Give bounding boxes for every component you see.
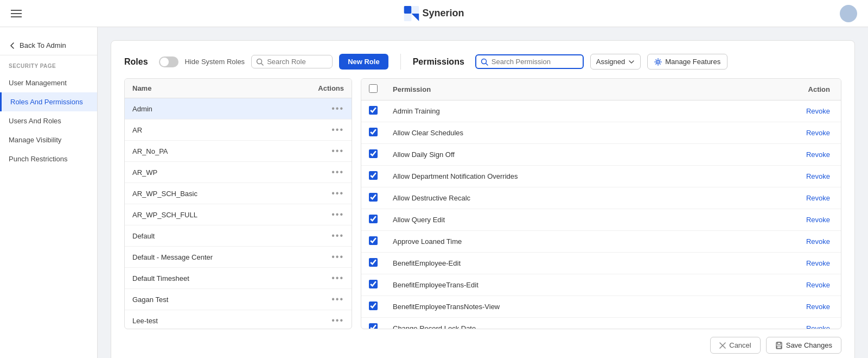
- avatar[interactable]: [840, 5, 857, 22]
- permission-checkbox[interactable]: [369, 280, 378, 288]
- role-dots-menu[interactable]: •••: [331, 125, 344, 134]
- permissions-scroll[interactable]: Admin Training Revoke Allow Clear Schedu…: [361, 101, 841, 329]
- permission-action-cell[interactable]: Revoke: [735, 187, 841, 209]
- permission-checkbox-cell[interactable]: [361, 101, 385, 122]
- role-actions-cell[interactable]: •••: [301, 183, 352, 204]
- table-row[interactable]: AR_WP •••: [125, 162, 352, 183]
- save-changes-button[interactable]: Save Changes: [766, 337, 841, 354]
- table-row[interactable]: AR_WP_SCH_FULL •••: [125, 204, 352, 225]
- table-row[interactable]: Admin •••: [125, 98, 352, 120]
- role-dots-menu[interactable]: •••: [331, 294, 344, 304]
- role-actions-cell[interactable]: •••: [301, 268, 352, 289]
- table-row[interactable]: Default Timesheet •••: [125, 268, 352, 289]
- sidebar-item-punch-restrictions[interactable]: Punch Restrictions: [0, 149, 97, 168]
- table-row[interactable]: Default •••: [125, 225, 352, 247]
- role-actions-cell[interactable]: •••: [301, 289, 352, 310]
- role-actions-cell[interactable]: •••: [301, 98, 352, 120]
- revoke-link[interactable]: Revoke: [806, 172, 830, 180]
- permission-action-cell[interactable]: Revoke: [735, 274, 841, 296]
- permission-checkbox-cell[interactable]: [361, 209, 385, 231]
- role-dots-menu[interactable]: •••: [331, 189, 344, 198]
- permission-checkbox-cell[interactable]: [361, 187, 385, 209]
- permission-checkbox-cell[interactable]: [361, 231, 385, 253]
- table-row[interactable]: Lee-test •••: [125, 310, 352, 327]
- back-admin-button[interactable]: Back To Admin: [0, 36, 97, 55]
- role-actions-cell[interactable]: •••: [301, 162, 352, 183]
- revoke-link[interactable]: Revoke: [806, 194, 830, 202]
- permission-checkbox[interactable]: [369, 149, 378, 158]
- permission-checkbox[interactable]: [369, 193, 378, 202]
- role-dots-menu[interactable]: •••: [331, 210, 344, 219]
- permission-action-cell[interactable]: Revoke: [735, 209, 841, 231]
- permission-checkbox[interactable]: [369, 106, 378, 115]
- role-actions-cell[interactable]: •••: [301, 247, 352, 268]
- permission-checkbox-cell[interactable]: [361, 296, 385, 318]
- permission-action-cell[interactable]: Revoke: [735, 166, 841, 187]
- select-all-permissions-checkbox[interactable]: [369, 84, 378, 93]
- revoke-link[interactable]: Revoke: [806, 129, 830, 137]
- sidebar-item-user-management[interactable]: User Management: [0, 73, 97, 92]
- role-dots-menu[interactable]: •••: [331, 104, 344, 113]
- roles-scroll[interactable]: Admin ••• AR ••• AR_No_PA ••• AR_WP ••• …: [125, 98, 352, 326]
- permission-checkbox[interactable]: [369, 302, 378, 310]
- permission-checkbox[interactable]: [369, 258, 378, 267]
- permission-action-cell[interactable]: Revoke: [735, 253, 841, 274]
- search-permission-input[interactable]: [492, 58, 573, 66]
- role-actions-cell[interactable]: •••: [301, 225, 352, 247]
- permission-name-cell: Admin Training: [385, 101, 735, 122]
- revoke-link[interactable]: Revoke: [806, 150, 830, 159]
- permission-action-cell[interactable]: Revoke: [735, 296, 841, 318]
- permission-action-cell[interactable]: Revoke: [735, 231, 841, 253]
- revoke-link[interactable]: Revoke: [806, 237, 830, 246]
- table-row[interactable]: AR_WP_SCH_Basic •••: [125, 183, 352, 204]
- sidebar-item-users-and-roles[interactable]: Users And Roles: [0, 111, 97, 130]
- revoke-link[interactable]: Revoke: [806, 259, 830, 267]
- table-row[interactable]: AR •••: [125, 120, 352, 141]
- permission-action-cell[interactable]: Revoke: [735, 122, 841, 144]
- role-dots-menu[interactable]: •••: [331, 316, 344, 325]
- new-role-button[interactable]: New Role: [339, 54, 388, 70]
- role-actions-cell[interactable]: •••: [301, 310, 352, 327]
- role-dots-menu[interactable]: •••: [331, 146, 344, 155]
- sidebar-item-manage-visibility[interactable]: Manage Visibility: [0, 130, 97, 149]
- permission-checkbox[interactable]: [369, 171, 378, 180]
- role-actions-cell[interactable]: •••: [301, 120, 352, 141]
- permission-action-cell[interactable]: Revoke: [735, 144, 841, 166]
- table-row[interactable]: Gagan Test •••: [125, 289, 352, 310]
- search-role-input[interactable]: [267, 58, 327, 66]
- revoke-link[interactable]: Revoke: [806, 324, 830, 329]
- permission-checkbox-cell[interactable]: [361, 166, 385, 187]
- permission-checkbox[interactable]: [369, 236, 378, 245]
- search-role-icon: [256, 58, 264, 66]
- revoke-link[interactable]: Revoke: [806, 303, 830, 311]
- permission-checkbox-cell[interactable]: [361, 274, 385, 296]
- table-row[interactable]: AR_No_PA •••: [125, 141, 352, 162]
- permission-checkbox-cell[interactable]: [361, 144, 385, 166]
- permission-checkbox[interactable]: [369, 128, 378, 136]
- role-dots-menu[interactable]: •••: [331, 231, 344, 240]
- cancel-button[interactable]: Cancel: [710, 337, 760, 354]
- sidebar-item-label: User Management: [9, 79, 67, 87]
- assigned-dropdown[interactable]: Assigned: [590, 54, 641, 70]
- permission-checkbox[interactable]: [369, 215, 378, 223]
- table-row[interactable]: Default - Message Center •••: [125, 247, 352, 268]
- revoke-link[interactable]: Revoke: [806, 281, 830, 289]
- permission-action-cell[interactable]: Revoke: [735, 101, 841, 122]
- permission-checkbox-cell[interactable]: [361, 318, 385, 329]
- svg-marker-3: [411, 14, 419, 21]
- revoke-link[interactable]: Revoke: [806, 107, 830, 115]
- hide-system-roles-toggle[interactable]: [159, 56, 178, 67]
- sidebar-item-roles-and-permissions[interactable]: Roles And Permissions: [0, 92, 97, 111]
- role-dots-menu[interactable]: •••: [331, 167, 344, 177]
- permission-checkbox-cell[interactable]: [361, 253, 385, 274]
- revoke-link[interactable]: Revoke: [806, 216, 830, 224]
- hamburger-button[interactable]: [11, 10, 22, 17]
- permission-checkbox-cell[interactable]: [361, 122, 385, 144]
- permission-checkbox[interactable]: [369, 323, 378, 329]
- role-actions-cell[interactable]: •••: [301, 204, 352, 225]
- role-dots-menu[interactable]: •••: [331, 252, 344, 261]
- permission-action-cell[interactable]: Revoke: [735, 318, 841, 329]
- role-actions-cell[interactable]: •••: [301, 141, 352, 162]
- manage-features-button[interactable]: Manage Features: [647, 54, 727, 70]
- role-dots-menu[interactable]: •••: [331, 273, 344, 282]
